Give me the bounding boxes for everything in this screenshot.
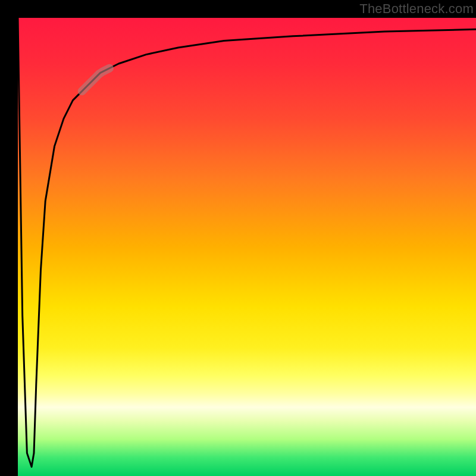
chart-plot-area — [18, 18, 476, 476]
chart-frame: TheBottleneck.com — [0, 0, 476, 476]
bottleneck-curve-highlight — [82, 68, 109, 92]
watermark-text: TheBottleneck.com — [359, 1, 474, 17]
bottleneck-curve-path — [18, 18, 476, 467]
bottleneck-curve-svg — [18, 18, 476, 476]
